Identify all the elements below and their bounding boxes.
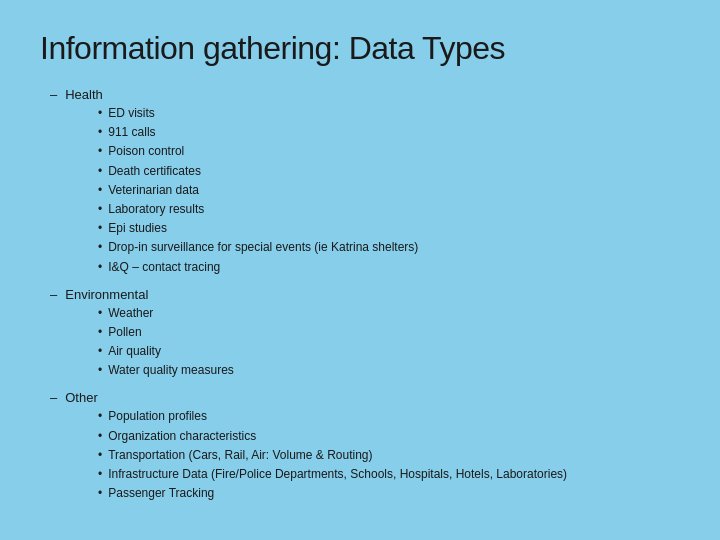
list-item: Infrastructure Data (Fire/Police Departm… xyxy=(98,465,680,484)
list-item: Transportation (Cars, Rail, Air: Volume … xyxy=(98,446,680,465)
list-item: Passenger Tracking xyxy=(98,484,680,503)
section-header-environmental: – Environmental xyxy=(50,287,680,302)
slide: Information gathering: Data Types – Heal… xyxy=(0,0,720,540)
list-item: Death certificates xyxy=(98,162,680,181)
section-label-environmental: Environmental xyxy=(65,287,148,302)
environmental-list: Weather Pollen Air quality Water quality… xyxy=(50,304,680,381)
section-header-health: – Health xyxy=(50,87,680,102)
list-item: Epi studies xyxy=(98,219,680,238)
list-item: 911 calls xyxy=(98,123,680,142)
list-item: Population profiles xyxy=(98,407,680,426)
list-item: ED visits xyxy=(98,104,680,123)
section-header-other: – Other xyxy=(50,390,680,405)
list-item: Weather xyxy=(98,304,680,323)
list-item: Laboratory results xyxy=(98,200,680,219)
list-item: Air quality xyxy=(98,342,680,361)
list-item: Veterinarian data xyxy=(98,181,680,200)
section-health: – Health ED visits 911 calls Poison cont… xyxy=(50,87,680,277)
slide-title: Information gathering: Data Types xyxy=(40,30,680,67)
health-list: ED visits 911 calls Poison control Death… xyxy=(50,104,680,277)
section-label-health: Health xyxy=(65,87,103,102)
list-item: Poison control xyxy=(98,142,680,161)
section-other: – Other Population profiles Organization… xyxy=(50,390,680,503)
content-area: – Health ED visits 911 calls Poison cont… xyxy=(40,87,680,503)
list-item: Pollen xyxy=(98,323,680,342)
other-list: Population profiles Organization charact… xyxy=(50,407,680,503)
dash-environmental: – xyxy=(50,287,57,302)
list-item: I&Q – contact tracing xyxy=(98,258,680,277)
list-item: Organization characteristics xyxy=(98,427,680,446)
section-environmental: – Environmental Weather Pollen Air quali… xyxy=(50,287,680,381)
dash-other: – xyxy=(50,390,57,405)
list-item: Water quality measures xyxy=(98,361,680,380)
list-item: Drop-in surveillance for special events … xyxy=(98,238,680,257)
section-label-other: Other xyxy=(65,390,98,405)
dash-health: – xyxy=(50,87,57,102)
